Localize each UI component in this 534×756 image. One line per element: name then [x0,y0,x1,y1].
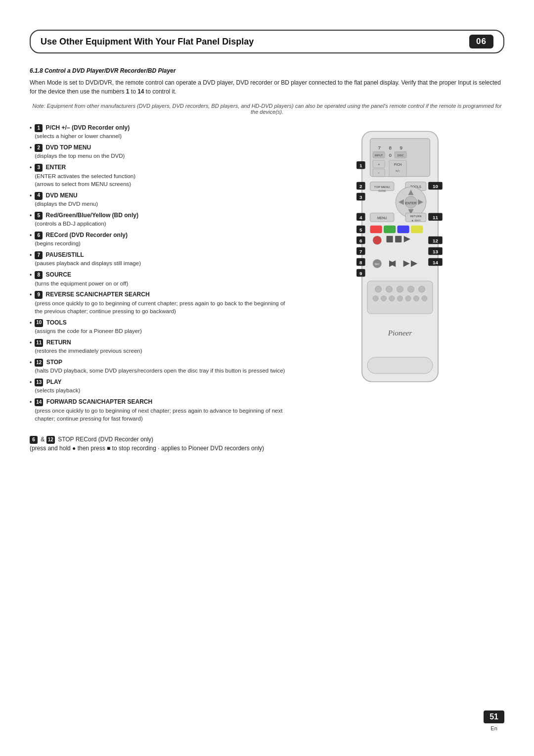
page-number-area: 51 En [484,710,504,731]
svg-point-82 [373,296,378,301]
bullet-dot: • [30,192,32,200]
remote-svg: 7 8 9 INPUT 0 DISC + − 1 [346,129,454,390]
list-item: • 6 RECord (DVD Recorder only) (begins r… [30,231,285,248]
page-container: Use Other Equipment With Your Flat Panel… [0,0,534,756]
svg-rect-48 [370,226,382,233]
num-badge-9: 9 [35,291,43,299]
bullet-sub: (restores the immediately previous scree… [35,347,285,355]
svg-text:0: 0 [389,152,392,158]
remote-illustration: 7 8 9 INPUT 0 DISC + − 1 [346,129,454,391]
bullet-label: FORWARD SCAN/CHAPTER SEARCH [46,398,152,405]
svg-rect-49 [384,226,396,233]
num-badge-7: 7 [35,251,43,259]
bullet-sub: (turns the equipment power on or off) [35,280,285,288]
page-number: 51 [484,710,504,723]
svg-rect-57 [386,236,393,242]
bullet-content: 1 P/CH +/– (DVD Recorder only) (selects … [35,124,285,141]
footer-note: 6 & 12 STOP RECord (DVD Recorder only) (… [30,435,285,453]
svg-text:+/−: +/− [395,169,400,173]
bullet-label: RETURN [46,339,71,346]
bullet-dot: • [30,339,32,347]
list-item: • 1 P/CH +/– (DVD Recorder only) (select… [30,124,285,141]
page-title: Use Other Equipment With Your Flat Panel… [41,37,254,47]
list-item: • 4 DVD MENU (displays the DVD menu) [30,191,285,208]
bullet-label: SOURCE [46,271,71,278]
bullet-content: 2 DVD TOP MENU (displays the top menu on… [35,143,285,160]
svg-text:ENTER: ENTER [405,201,416,205]
remote-col: 7 8 9 INPUT 0 DISC + − 1 [295,124,504,453]
bullet-dot: • [30,251,32,260]
num-badge-14: 14 [35,398,43,406]
bullet-sub: (pauses playback and displays still imag… [35,259,285,268]
svg-text:12: 12 [432,238,438,243]
list-item: • 12 STOP (halts DVD playback, some DVD … [30,358,285,375]
svg-point-84 [389,296,395,301]
bullet-sub: (displays the DVD menu) [35,200,285,208]
bullet-sub: (assigns the code for a Pioneer BD playe… [35,327,285,335]
list-item: • 5 Red/Green/Blue/Yellow (BD only) (con… [30,211,285,228]
bullet-dot: • [30,319,32,328]
svg-rect-58 [395,236,401,242]
svg-text:6: 6 [359,238,362,243]
bullet-dot: • [30,212,32,220]
svg-rect-50 [397,226,409,233]
svg-text:SRC: SRC [374,263,380,266]
svg-text:11: 11 [432,215,438,220]
list-item: • 2 DVD TOP MENU (displays the top menu … [30,143,285,160]
bullet-dot: • [30,232,32,240]
svg-text:2: 2 [359,184,362,189]
bullet-sub: (press once quickly to go to beginning o… [35,299,285,316]
bullet-sub: (begins recording) [35,239,285,248]
bullet-content: 14 FORWARD SCAN/CHAPTER SEARCH (press on… [35,398,285,423]
list-item: • 8 SOURCE (turns the equipment power on… [30,271,285,287]
svg-text:7: 7 [378,145,381,150]
svg-text:Pioneer: Pioneer [387,329,412,337]
bullet-sub: (halts DVD playback, some DVD players/re… [35,367,285,375]
bullet-content: 10 TOOLS (assigns the code for a Pioneer… [35,319,285,335]
bullet-label: DVD MENU [46,192,78,199]
content-area: • 1 P/CH +/– (DVD Recorder only) (select… [30,124,504,453]
bullet-label: P/CH +/– (DVD Recorder only) [46,124,130,131]
svg-point-81 [418,286,425,292]
bullet-sub: (displays the top menu on the DVD) [35,152,285,160]
num-badge-11: 11 [35,339,43,347]
svg-text:8: 8 [389,145,392,150]
svg-text:RETURN: RETURN [410,215,421,218]
bullet-dot: • [30,378,32,387]
svg-text:▲ eject: ▲ eject [411,219,420,222]
svg-text:−: − [378,171,380,175]
svg-text:1: 1 [359,163,362,168]
bullet-label: DVD TOP MENU [46,144,91,151]
svg-point-88 [422,296,427,301]
svg-text:DISC: DISC [397,154,403,157]
num-badge-1: 1 [35,124,43,132]
bullet-label: RECord (DVD Recorder only) [46,232,128,238]
feature-list: • 1 P/CH +/– (DVD Recorder only) (select… [30,124,285,423]
svg-point-79 [397,286,403,292]
svg-text:10: 10 [432,184,438,189]
bullet-label: STOP [46,359,62,366]
bullet-content: 11 RETURN (restores the immediately prev… [35,338,285,355]
bullet-label: PLAY [46,378,62,385]
bullet-sub: (controls a BD-J application) [35,220,285,228]
list-item: • 3 ENTER (ENTER activates the selected … [30,163,285,189]
svg-rect-90 [367,357,433,374]
bullet-content: 12 STOP (halts DVD playback, some DVD pl… [35,358,285,375]
bullet-list-col: • 1 P/CH +/– (DVD Recorder only) (select… [30,124,285,453]
bullet-content: 7 PAUSE/STILL (pauses playback and displ… [35,251,285,268]
bullet-content: 4 DVD MENU (displays the DVD menu) [35,191,285,208]
bullet-content: 8 SOURCE (turns the equipment power on o… [35,271,285,287]
svg-point-77 [375,286,381,292]
chapter-badge: 06 [469,35,493,48]
bullet-dot: • [30,144,32,152]
svg-point-80 [407,286,414,292]
svg-point-56 [373,236,382,245]
svg-text:9: 9 [400,145,402,150]
bullet-label: REVERSE SCAN/CHAPTER SEARCH [46,291,150,298]
svg-text:+: + [378,163,380,166]
svg-text:9: 9 [359,271,362,276]
bullet-sub: (selects playback) [35,386,285,395]
bullet-label: PAUSE/STILL [46,251,84,258]
bullet-content: 9 REVERSE SCAN/CHAPTER SEARCH (press onc… [35,290,285,316]
bullet-content: 3 ENTER (ENTER activates the selected fu… [35,163,285,189]
